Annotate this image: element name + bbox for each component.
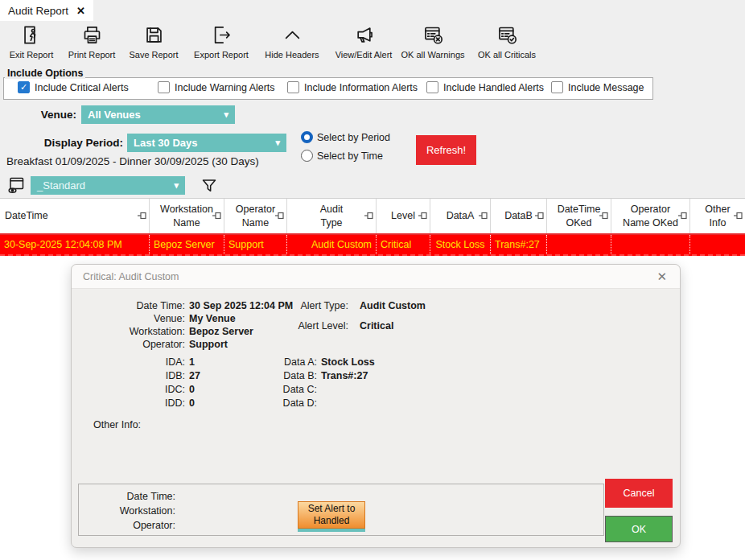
export-report-button[interactable]: Export Report <box>191 24 251 60</box>
layout-dropdown[interactable]: _Standard ▾ <box>31 176 185 195</box>
include-options-title: Include Options <box>5 68 85 79</box>
field-value: 30 Sep 2025 12:04 PM <box>189 300 293 311</box>
save-report-button[interactable]: Save Report <box>127 24 180 60</box>
radio-select-by-period[interactable]: Select by Period <box>301 131 390 143</box>
toolbar-button-label: Hide Headers <box>265 50 319 60</box>
checkbox-label: Include Warning Alerts <box>175 82 275 93</box>
checkbox-unchecked-icon[interactable] <box>551 81 563 93</box>
field-date-time: Date Time: 30 Sep 2025 12:04 PM <box>84 300 293 311</box>
checkbox-unchecked-icon[interactable] <box>287 81 299 93</box>
display-period-dropdown[interactable]: Last 30 Days ▾ <box>127 134 286 152</box>
field-data-a: Data A: Stock Loss <box>281 356 375 368</box>
cell-datab[interactable]: Trans#:27 <box>491 235 547 254</box>
grid-check-circle-icon <box>496 24 518 49</box>
field-label: IDD: <box>84 397 185 409</box>
pin-icon[interactable] <box>678 211 687 222</box>
column-header-audit-type[interactable]: Audit Type <box>287 199 377 233</box>
column-header-workstation-name[interactable]: Workstation Name <box>150 199 224 233</box>
audit-report-window: Audit Report ✕ Exit Report Print Report … <box>0 0 745 560</box>
cell-dataa[interactable]: Stock Loss <box>430 235 491 254</box>
field-label: Operator: <box>84 339 185 350</box>
checkbox-label: Include Critical Alerts <box>35 82 129 93</box>
exit-report-button[interactable]: Exit Report <box>6 24 56 60</box>
pin-icon[interactable] <box>479 211 488 222</box>
layout-dropdown-value: _Standard <box>37 179 85 191</box>
ok-button[interactable]: OK <box>605 516 673 542</box>
dialog-close-icon[interactable]: ✕ <box>657 270 667 284</box>
radio-unselected-icon[interactable] <box>301 150 313 162</box>
print-report-button[interactable]: Print Report <box>63 24 121 60</box>
dialog-title: Critical: Audit Custom <box>83 271 179 282</box>
cell-operator-name[interactable]: Support <box>224 235 287 254</box>
cell-datetime-oked[interactable] <box>547 235 611 254</box>
column-header-label: Audit Type <box>320 203 344 230</box>
tab-title: Audit Report <box>8 5 68 17</box>
report-layout-eye-icon[interactable] <box>6 175 26 198</box>
refresh-button[interactable]: Refresh! <box>416 135 476 165</box>
checkbox-include-warning-alerts[interactable]: Include Warning Alerts <box>158 81 275 93</box>
cancel-button[interactable]: Cancel <box>605 479 673 508</box>
chevron-down-icon: ▾ <box>174 180 179 191</box>
venue-dropdown[interactable]: All Venues ▾ <box>81 105 235 124</box>
field-ida: IDA: 1 <box>84 356 195 368</box>
ok-all-criticals-button[interactable]: OK all Criticals <box>475 24 539 60</box>
checkbox-include-critical-alerts[interactable]: ✓ Include Critical Alerts <box>18 81 129 93</box>
view-edit-alert-button[interactable]: View/Edit Alert <box>329 24 398 60</box>
field-workstation: Workstation: Bepoz Server <box>84 326 253 337</box>
column-header-other-info[interactable]: Other Info <box>690 199 745 233</box>
checkbox-checked-icon[interactable]: ✓ <box>18 81 30 93</box>
venue-label: Venue: <box>0 109 76 121</box>
checkbox-unchecked-icon[interactable] <box>426 81 438 93</box>
column-header-datab[interactable]: DataB <box>491 199 547 233</box>
display-period-label: Display Period: <box>0 137 123 149</box>
checkbox-include-message[interactable]: Include Message <box>551 81 644 93</box>
pin-icon[interactable] <box>418 211 427 222</box>
tab-audit-report[interactable]: Audit Report ✕ <box>0 0 93 21</box>
radio-select-by-time[interactable]: Select by Time <box>301 150 383 162</box>
toolbar-button-label: OK all Warnings <box>401 50 464 60</box>
column-header-operator-name[interactable]: Operator Name <box>224 199 287 233</box>
filter-funnel-icon[interactable] <box>200 176 219 199</box>
field-alert-level: Alert Level: Critical <box>282 320 393 331</box>
field-value: Trans#:27 <box>321 370 368 381</box>
cell-operator-name-oked[interactable] <box>611 235 690 254</box>
pin-icon[interactable] <box>275 211 284 222</box>
field-value: 1 <box>189 356 195 368</box>
tab-close-icon[interactable]: ✕ <box>76 5 85 17</box>
set-alert-to-handled-button[interactable]: Set Alert to Handled <box>298 501 365 529</box>
radio-label: Select by Time <box>317 150 383 162</box>
cell-workstation-name[interactable]: Bepoz Server <box>150 235 224 254</box>
toolbar-button-label: Exit Report <box>10 50 53 60</box>
checkbox-include-handled-alerts[interactable]: Include Handled Alerts <box>426 81 544 93</box>
cell-other-info[interactable] <box>690 235 745 254</box>
column-header-label: DateTime OKed <box>558 203 601 230</box>
radio-selected-icon[interactable] <box>301 131 313 143</box>
pin-icon[interactable] <box>599 211 608 222</box>
alert-table-row[interactable]: 30-Sep-2025 12:04:08 PM Bepoz Server Sup… <box>0 235 745 256</box>
pin-icon[interactable] <box>734 211 743 222</box>
pin-icon[interactable] <box>212 211 221 222</box>
column-header-datetime[interactable]: DateTime <box>0 199 150 233</box>
pin-icon[interactable] <box>138 211 146 222</box>
cell-level[interactable]: Critical <box>377 235 430 254</box>
column-header-dataa[interactable]: DataA <box>430 199 491 233</box>
cell-audit-type[interactable]: Audit Custom <box>287 235 377 254</box>
handled-date-time-label: Date Time: <box>87 491 175 502</box>
field-label: IDA: <box>84 356 185 368</box>
checkbox-unchecked-icon[interactable] <box>158 81 170 93</box>
field-label: Data D: <box>281 397 317 409</box>
ok-all-warnings-button[interactable]: OK all Warnings <box>400 24 466 60</box>
column-header-level[interactable]: Level <box>377 199 430 233</box>
toolbar-button-label: Print Report <box>68 50 116 60</box>
column-header-datetime-oked[interactable]: DateTime OKed <box>547 199 611 233</box>
column-header-operator-name-oked[interactable]: Operator Name OKed <box>611 199 690 233</box>
hide-headers-button[interactable]: Hide Headers <box>263 24 321 60</box>
tab-bar: Audit Report ✕ <box>0 0 745 21</box>
pin-icon[interactable] <box>364 211 373 222</box>
handled-workstation-label: Workstation: <box>87 505 175 517</box>
cell-datetime[interactable]: 30-Sep-2025 12:04:08 PM <box>0 235 150 254</box>
field-label: Workstation: <box>84 326 185 337</box>
pin-icon[interactable] <box>535 211 544 222</box>
column-header-label: Workstation Name <box>160 203 213 230</box>
checkbox-include-information-alerts[interactable]: Include Information Alerts <box>287 81 418 93</box>
